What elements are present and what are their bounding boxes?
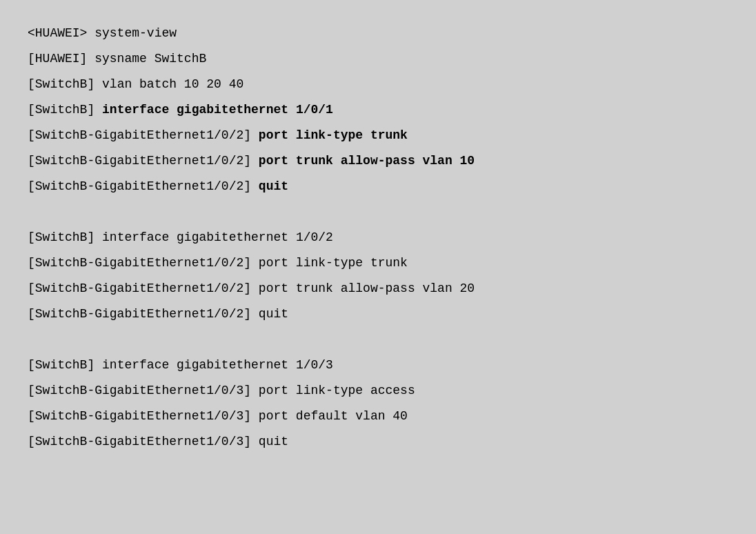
prompt-text: [SwitchB] [28, 77, 102, 91]
prompt-text: <HUAWEI> [28, 26, 94, 40]
terminal-line: [SwitchB] vlan batch 10 20 40 [28, 72, 728, 97]
command-text: sysname SwitchB [94, 52, 206, 66]
terminal-line: [SwitchB] interface gigabitethernet 1/0/… [28, 353, 728, 378]
command-text: quit [259, 307, 288, 321]
prompt-text: [SwitchB] [28, 103, 102, 117]
command-text: interface gigabitethernet 1/0/3 [102, 358, 333, 372]
terminal-line: [SwitchB-GigabitEthernet1/0/2] quit [28, 174, 728, 199]
command-text: port link-type access [259, 384, 415, 397]
terminal-line: [SwitchB-GigabitEthernet1/0/2] port link… [28, 250, 728, 276]
prompt-text: [SwitchB-GigabitEthernet1/0/2] [28, 256, 259, 270]
prompt-text: [SwitchB-GigabitEthernet1/0/3] [28, 384, 259, 397]
command-text: system-view [94, 26, 177, 40]
command-text: port trunk allow-pass vlan 10 [259, 154, 475, 168]
prompt-text: [SwitchB-GigabitEthernet1/0/3] [28, 409, 259, 423]
prompt-text: [SwitchB-GigabitEthernet1/0/2] [28, 307, 259, 321]
command-text: vlan batch 10 20 40 [102, 77, 243, 91]
prompt-text: [HUAWEI] [28, 52, 94, 66]
terminal-line: [SwitchB] interface gigabitethernet 1/0/… [28, 225, 728, 250]
terminal-window: <HUAWEI> system-view[HUAWEI] sysname Swi… [0, 0, 756, 534]
prompt-text: [SwitchB-GigabitEthernet1/0/2] [28, 281, 259, 295]
prompt-text: [SwitchB-GigabitEthernet1/0/2] [28, 154, 259, 168]
terminal-line: [HUAWEI] sysname SwitchB [28, 46, 728, 72]
terminal-line: [SwitchB-GigabitEthernet1/0/3] port defa… [28, 404, 728, 429]
command-text: quit [259, 179, 288, 193]
command-text: interface gigabitethernet 1/0/2 [102, 230, 333, 244]
command-text: port link-type trunk [259, 128, 408, 142]
command-text: interface gigabitethernet 1/0/1 [102, 103, 333, 117]
command-text: quit [259, 435, 288, 448]
command-text: port trunk allow-pass vlan 20 [259, 281, 475, 295]
prompt-text: [SwitchB-GigabitEthernet1/0/2] [28, 179, 259, 193]
terminal-line: [SwitchB] interface gigabitethernet 1/0/… [28, 97, 728, 123]
terminal-line: [SwitchB-GigabitEthernet1/0/3] quit [28, 429, 728, 455]
terminal-line: [SwitchB-GigabitEthernet1/0/3] port link… [28, 378, 728, 404]
blank-line [28, 199, 728, 225]
command-text: port link-type trunk [259, 256, 408, 270]
terminal-line: [SwitchB-GigabitEthernet1/0/2] quit [28, 301, 728, 327]
blank-line [28, 327, 728, 353]
prompt-text: [SwitchB] [28, 230, 102, 244]
terminal-line: [SwitchB-GigabitEthernet1/0/2] port trun… [28, 276, 728, 301]
command-text: port default vlan 40 [259, 409, 408, 423]
prompt-text: [SwitchB] [28, 358, 102, 372]
terminal-line: <HUAWEI> system-view [28, 21, 728, 46]
prompt-text: [SwitchB-GigabitEthernet1/0/3] [28, 435, 259, 448]
prompt-text: [SwitchB-GigabitEthernet1/0/2] [28, 128, 259, 142]
terminal-line: [SwitchB-GigabitEthernet1/0/2] port trun… [28, 148, 728, 174]
terminal-line: [SwitchB-GigabitEthernet1/0/2] port link… [28, 123, 728, 148]
